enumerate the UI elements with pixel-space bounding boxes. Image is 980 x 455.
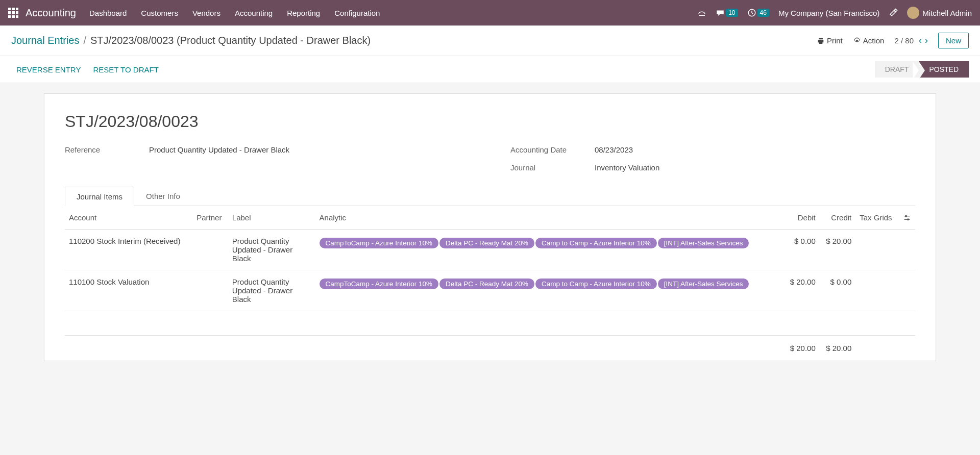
col-debit[interactable]: Debit xyxy=(783,206,819,230)
cell-analytic: CampToCamp - Azure Interior 10%Delta PC … xyxy=(315,230,784,270)
nav-accounting[interactable]: Accounting xyxy=(235,9,273,17)
analytic-tag[interactable]: Camp to Camp - Azure Interior 10% xyxy=(535,238,657,248)
col-label[interactable]: Label xyxy=(228,206,315,230)
gear-icon xyxy=(853,37,861,45)
pager-count: 2 / 80 xyxy=(894,36,914,45)
cell-credit: $ 20.00 xyxy=(820,230,855,270)
cell-debit: $ 0.00 xyxy=(783,230,819,270)
total-credit: $ 20.00 xyxy=(820,336,855,361)
cell-credit: $ 0.00 xyxy=(820,270,855,311)
breadcrumb-sep: / xyxy=(83,35,86,46)
analytic-tag[interactable]: Delta PC - Ready Mat 20% xyxy=(439,279,534,289)
tools-icon[interactable] xyxy=(889,8,898,17)
tabs: Journal Items Other Info xyxy=(65,186,915,206)
accounting-date-value: 08/23/2023 xyxy=(595,145,633,154)
reference-label: Reference xyxy=(65,145,149,154)
new-button[interactable]: New xyxy=(938,33,969,48)
svg-point-5 xyxy=(905,215,907,217)
col-credit[interactable]: Credit xyxy=(820,206,855,230)
nav-reporting[interactable]: Reporting xyxy=(287,9,320,17)
analytic-tag[interactable]: [INT] After-Sales Services xyxy=(658,279,749,289)
print-icon xyxy=(817,37,825,45)
statusbar: REVERSE ENTRY RESET TO DRAFT DRAFT POSTE… xyxy=(0,56,980,83)
cell-debit: $ 20.00 xyxy=(783,270,819,311)
status-posted[interactable]: POSTED xyxy=(919,61,969,78)
breadcrumb-root[interactable]: Journal Entries xyxy=(11,35,79,46)
col-taxgrids[interactable]: Tax Grids xyxy=(855,206,899,230)
tab-journal-items[interactable]: Journal Items xyxy=(65,187,134,206)
total-debit: $ 20.00 xyxy=(783,336,819,361)
table-row[interactable]: 110100 Stock Valuation Product Quantity … xyxy=(65,270,915,311)
support-icon[interactable] xyxy=(697,8,706,17)
analytic-tag[interactable]: [INT] After-Sales Services xyxy=(658,238,749,248)
analytic-tag[interactable]: Delta PC - Ready Mat 20% xyxy=(439,238,534,248)
nav-customers[interactable]: Customers xyxy=(141,9,178,17)
messages-icon[interactable]: 10 xyxy=(716,8,738,17)
journal-label: Journal xyxy=(510,163,595,172)
topbar: Accounting Dashboard Customers Vendors A… xyxy=(0,0,980,26)
user-name: Mitchell Admin xyxy=(922,9,972,17)
print-label: Print xyxy=(827,36,843,45)
analytic-tag[interactable]: Camp to Camp - Azure Interior 10% xyxy=(535,279,657,289)
print-button[interactable]: Print xyxy=(817,36,843,45)
pager-prev-icon[interactable]: ‹ xyxy=(919,35,922,46)
nav-vendors[interactable]: Vendors xyxy=(192,9,220,17)
avatar xyxy=(907,7,919,19)
action-label: Action xyxy=(863,36,885,45)
reverse-entry-button[interactable]: REVERSE ENTRY xyxy=(16,65,81,74)
nav-configuration[interactable]: Configuration xyxy=(334,9,380,17)
nav: Dashboard Customers Vendors Accounting R… xyxy=(89,9,697,17)
analytic-tag[interactable]: CampToCamp - Azure Interior 10% xyxy=(320,279,438,289)
cell-label: Product Quantity Updated - Drawer Black xyxy=(228,270,315,311)
reset-to-draft-button[interactable]: RESET TO DRAFT xyxy=(93,65,158,74)
nav-dashboard[interactable]: Dashboard xyxy=(89,9,127,17)
messages-badge: 10 xyxy=(726,9,738,17)
action-button[interactable]: Action xyxy=(853,36,885,45)
col-analytic[interactable]: Analytic xyxy=(315,206,784,230)
status-steps: DRAFT POSTED xyxy=(875,61,969,78)
journal-value: Inventory Valuation xyxy=(595,163,659,172)
status-draft[interactable]: DRAFT xyxy=(875,61,919,78)
tab-other-info[interactable]: Other Info xyxy=(134,186,192,206)
company-selector[interactable]: My Company (San Francisco) xyxy=(778,9,879,17)
cell-label: Product Quantity Updated - Drawer Black xyxy=(228,230,315,270)
cell-account: 110100 Stock Valuation xyxy=(65,270,192,311)
reference-value: Product Quantity Updated - Drawer Black xyxy=(149,145,289,154)
accounting-date-label: Accounting Date xyxy=(510,145,595,154)
cell-partner xyxy=(192,230,228,270)
user-menu[interactable]: Mitchell Admin xyxy=(907,7,972,19)
activities-badge: 46 xyxy=(757,9,769,17)
pager: 2 / 80 ‹ › xyxy=(894,35,928,46)
cell-analytic: CampToCamp - Azure Interior 10%Delta PC … xyxy=(315,270,784,311)
cell-taxgrids xyxy=(855,230,899,270)
table-row[interactable]: 110200 Stock Interim (Received) Product … xyxy=(65,230,915,270)
apps-icon[interactable] xyxy=(8,8,18,18)
column-settings-icon[interactable] xyxy=(903,214,911,222)
topbar-right: 10 46 My Company (San Francisco) Mitchel… xyxy=(697,7,972,19)
analytic-tag[interactable]: CampToCamp - Azure Interior 10% xyxy=(320,238,438,248)
cell-account: 110200 Stock Interim (Received) xyxy=(65,230,192,270)
col-partner[interactable]: Partner xyxy=(192,206,228,230)
subheader-actions: Print Action 2 / 80 ‹ › New xyxy=(817,33,969,48)
app-name: Accounting xyxy=(26,7,76,19)
cell-taxgrids xyxy=(855,270,899,311)
journal-items-table: Account Partner Label Analytic Debit Cre… xyxy=(65,206,915,361)
activities-icon[interactable]: 46 xyxy=(747,8,769,17)
cell-partner xyxy=(192,270,228,311)
col-account[interactable]: Account xyxy=(65,206,192,230)
pager-next-icon[interactable]: › xyxy=(925,35,928,46)
breadcrumb: Journal Entries / STJ/2023/08/0023 (Prod… xyxy=(11,35,371,46)
svg-point-6 xyxy=(908,219,909,220)
record-title: STJ/2023/08/0023 xyxy=(65,112,915,131)
breadcrumb-current: STJ/2023/08/0023 (Product Quantity Updat… xyxy=(90,35,371,46)
subheader: Journal Entries / STJ/2023/08/0023 (Prod… xyxy=(0,26,980,56)
record-card: STJ/2023/08/0023 Reference Product Quant… xyxy=(44,93,936,361)
